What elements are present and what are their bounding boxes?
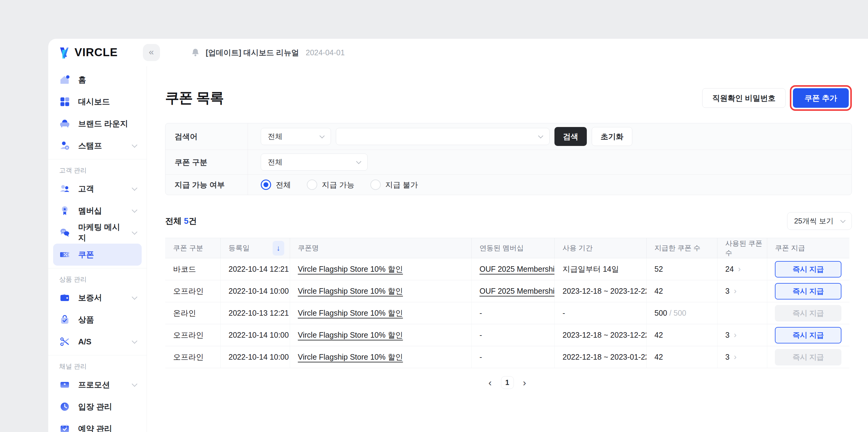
table-row: 온라인 2022-10-13 12:21 Vircle Flagship Sto… bbox=[165, 302, 849, 324]
radio-option-all[interactable]: 전체 bbox=[261, 180, 291, 190]
next-page-button[interactable]: › bbox=[521, 377, 529, 388]
issue-now-button[interactable]: 즉시 지급 bbox=[775, 327, 841, 343]
marketing-message-icon bbox=[59, 227, 70, 238]
coupon-type-select[interactable]: 전체 bbox=[261, 154, 368, 171]
col-registered: 등록일 ↓ bbox=[220, 238, 290, 258]
used-detail-chevron-icon[interactable]: › bbox=[734, 330, 736, 339]
cell-used: 24› bbox=[717, 258, 767, 280]
radio-option-available[interactable]: 지급 가능 bbox=[307, 180, 354, 190]
prev-page-button[interactable]: ‹ bbox=[486, 377, 494, 388]
keyword-type-select[interactable]: 전체 bbox=[261, 128, 331, 145]
topbar: VIRCLE « [업데이트] 대시보드 리뉴얼 2024-04-01 bbox=[48, 39, 868, 66]
membership-link[interactable]: OUF 2025 Membership bbox=[479, 287, 555, 295]
sidebar-collapse-button[interactable]: « bbox=[143, 44, 160, 61]
sidebar-item-promotion[interactable]: 프로모션 bbox=[48, 374, 147, 396]
sidebar-item-label: 상품 bbox=[78, 314, 139, 325]
radio-option-unavailable[interactable]: 지급 불가 bbox=[370, 180, 418, 190]
membership-link[interactable]: OUF 2025 Membership bbox=[479, 265, 555, 273]
chevron-down-icon bbox=[132, 294, 137, 300]
table-row: 오프라인 2022-10-14 10:00 Vircle Flagship St… bbox=[165, 324, 849, 346]
staff-password-button[interactable]: 직원확인 비밀번호 bbox=[702, 88, 785, 108]
sidebar-item-as[interactable]: A/S bbox=[48, 331, 147, 352]
chevron-down-icon bbox=[319, 133, 324, 138]
used-detail-chevron-icon[interactable]: › bbox=[738, 265, 741, 274]
notification-bar[interactable]: [업데이트] 대시보드 리뉴얼 2024-04-01 bbox=[190, 48, 345, 58]
issue-now-button[interactable]: 즉시 지급 bbox=[775, 349, 841, 365]
sidebar-item-product[interactable]: 상품 bbox=[48, 309, 147, 331]
used-detail-chevron-icon[interactable]: › bbox=[734, 286, 736, 296]
chevron-down-icon bbox=[132, 142, 137, 148]
total-count: 전체 5건 bbox=[165, 216, 197, 226]
sidebar-item-home[interactable]: 홈 bbox=[48, 69, 147, 91]
home-icon bbox=[59, 74, 70, 85]
coupon-name-link[interactable]: Vircle Flagship Store 10% 할인 bbox=[298, 287, 403, 295]
cell-used: 3› bbox=[717, 346, 767, 368]
annotation-highlight-ring: 쿠폰 추가 bbox=[790, 85, 852, 111]
coupon-name-link[interactable]: Vircle Flagship Store 10% 할인 bbox=[298, 309, 403, 317]
select-value: 25개씩 보기 bbox=[794, 216, 834, 226]
cell-period: 2023-12-18 ~ 2023-12-22 bbox=[554, 280, 646, 302]
cell-coupon-type: 오프라인 bbox=[165, 324, 220, 346]
reset-button[interactable]: 초기화 bbox=[592, 127, 632, 146]
cell-registered: 2022-10-14 10:00 bbox=[220, 280, 290, 302]
chevron-down-icon bbox=[132, 229, 137, 235]
cell-coupon-type: 오프라인 bbox=[165, 346, 220, 368]
keyword-value-select[interactable] bbox=[336, 128, 550, 145]
sidebar-section-product: 상품 관리 bbox=[48, 271, 147, 287]
sidebar-item-label: 예약 관리 bbox=[78, 424, 139, 432]
coupon-icon bbox=[59, 249, 70, 260]
cell-registered: 2022-10-14 10:00 bbox=[220, 346, 290, 368]
coupon-name-link[interactable]: Vircle Flagship Store 10% 할인 bbox=[298, 352, 403, 361]
sidebar-item-brand-lounge[interactable]: 브랜드 라운지 bbox=[48, 113, 147, 135]
chevron-down-icon bbox=[132, 338, 137, 343]
sidebar-item-entry[interactable]: 입장 관리 bbox=[48, 396, 147, 418]
customers-icon bbox=[59, 183, 70, 194]
sidebar-item-coupon[interactable]: 쿠폰 bbox=[53, 244, 142, 266]
sidebar-item-label: 고객 bbox=[78, 184, 125, 194]
page-title: 쿠폰 목록 bbox=[165, 89, 224, 107]
cell-issued: 42 bbox=[646, 346, 717, 368]
col-used-count: 사용된 쿠폰 수 bbox=[717, 238, 767, 258]
sidebar-item-reservation[interactable]: 예약 관리 bbox=[48, 418, 147, 432]
col-coupon-name: 쿠폰명 bbox=[290, 238, 471, 258]
cell-registered: 2022-10-13 12:21 bbox=[220, 302, 290, 324]
sidebar-item-stamp[interactable]: 스탬프 bbox=[48, 135, 147, 157]
sidebar-item-label: 입장 관리 bbox=[78, 401, 139, 412]
sidebar-item-marketing-message[interactable]: 마케팅 메시지 bbox=[48, 222, 147, 244]
page-size-select[interactable]: 25개씩 보기 bbox=[787, 212, 852, 230]
radio-icon bbox=[307, 180, 317, 190]
sidebar-item-label: 쿠폰 bbox=[78, 249, 139, 260]
table-row: 오프라인 2022-10-14 10:00 Vircle Flagship St… bbox=[165, 280, 849, 302]
coupon-name-link[interactable]: Vircle Flagship Store 10% 할인 bbox=[298, 331, 403, 339]
promotion-icon bbox=[59, 379, 70, 390]
reservation-calendar-icon bbox=[59, 423, 70, 432]
issue-now-button[interactable]: 즉시 지급 bbox=[775, 305, 841, 321]
filter-row-keyword: 검색어 전체 검색 초기화 bbox=[165, 123, 851, 150]
sidebar-divider bbox=[48, 268, 147, 268]
cell-period: 2023-12-18 ~ 2023-12-22 bbox=[554, 324, 646, 346]
used-detail-chevron-icon[interactable]: › bbox=[734, 352, 736, 362]
filter-row-availability: 지급 가능 여부 전체 지급 가능 bbox=[165, 174, 851, 195]
sidebar-divider bbox=[48, 355, 147, 356]
select-value: 전체 bbox=[268, 131, 282, 141]
cell-registered: 2022-10-14 12:21 bbox=[220, 258, 290, 280]
cell-period: 지급일부터 14일 bbox=[554, 258, 646, 280]
col-period: 사용 기간 bbox=[554, 238, 646, 258]
sidebar-item-dashboard[interactable]: 대시보드 bbox=[48, 91, 147, 113]
collapse-icon: « bbox=[149, 47, 154, 57]
coupon-name-link[interactable]: Vircle Flagship Store 10% 할인 bbox=[298, 265, 403, 273]
add-coupon-button[interactable]: 쿠폰 추가 bbox=[793, 88, 849, 108]
issue-now-button[interactable]: 즉시 지급 bbox=[775, 261, 841, 278]
cell-period: 2022-12-18 ~ 2023-01-22 bbox=[554, 346, 646, 368]
sidebar-item-warranty[interactable]: 보증서 bbox=[48, 287, 147, 309]
page-number-button[interactable]: 1 bbox=[501, 376, 514, 389]
sidebar-item-membership[interactable]: 멤버십 bbox=[48, 200, 147, 222]
sort-desc-icon[interactable]: ↓ bbox=[273, 241, 284, 255]
issue-now-button[interactable]: 즉시 지급 bbox=[775, 283, 841, 300]
cell-issued: 52 bbox=[646, 258, 717, 280]
sidebar-item-customers[interactable]: 고객 bbox=[48, 178, 147, 200]
as-icon bbox=[59, 336, 70, 347]
cell-issued: 42 bbox=[646, 324, 717, 346]
search-button[interactable]: 검색 bbox=[554, 127, 587, 146]
product-icon bbox=[59, 314, 70, 325]
